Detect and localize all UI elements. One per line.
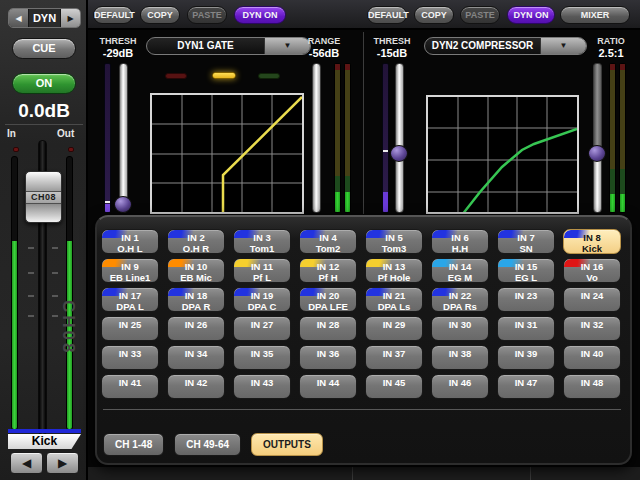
channel-button-in-32[interactable]: IN 32 [563,316,621,341]
channel-id: IN 2 [168,232,224,243]
bottom-strip [88,467,640,480]
channel-button-in-22[interactable]: IN 22DPA Rs [431,287,489,312]
channel-button-in-40[interactable]: IN 40 [563,345,621,370]
dyn1-default-button[interactable]: DEFAULT [93,6,133,24]
channel-button-in-11[interactable]: IN 11Pf L [233,258,291,283]
chevron-down-icon[interactable]: ▼ [540,38,586,54]
channel-label: EG M [432,272,488,283]
channel-label [366,359,422,370]
gr-dark-segment [610,169,615,194]
channel-button-in-2[interactable]: IN 2O.H R [167,229,225,254]
dyn2-paste-button[interactable]: PASTE [460,6,500,24]
dyn2-on-toggle[interactable]: DYN ON [507,6,555,24]
channel-id: IN 41 [102,377,158,388]
channel-fader-handle[interactable]: CH08 [25,171,62,223]
gate-thresh-slider[interactable] [119,63,128,213]
channel-id: IN 22 [432,290,488,301]
next-channel-button[interactable]: ▶ [46,452,79,474]
channel-button-in-21[interactable]: IN 21DPA Ls [365,287,423,312]
channel-button-in-18[interactable]: IN 18DPA R [167,287,225,312]
channel-button-in-39[interactable]: IN 39 [497,345,555,370]
comp-thresh-slider[interactable] [395,63,404,213]
channel-button-in-19[interactable]: IN 19DPA C [233,287,291,312]
channel-button-in-47[interactable]: IN 47 [497,374,555,399]
channel-label: DPA Ls [366,301,422,312]
nav-prev-icon[interactable]: ◀ [9,9,29,27]
channel-button-in-24[interactable]: IN 24 [563,287,621,312]
comp-thresh-knob[interactable] [390,145,408,162]
channel-button-in-41[interactable]: IN 41 [101,374,159,399]
channel-button-in-35[interactable]: IN 35 [233,345,291,370]
channel-button-in-16[interactable]: IN 16Vo [563,258,621,283]
dyn1-type-dropdown[interactable]: DYN1 GATE ▼ [146,37,311,55]
channel-button-in-14[interactable]: IN 14EG M [431,258,489,283]
channel-button-in-42[interactable]: IN 42 [167,374,225,399]
channel-button-in-27[interactable]: IN 27 [233,316,291,341]
channel-button-in-10[interactable]: IN 10EB Mic [167,258,225,283]
dyn2-copy-button[interactable]: COPY [414,6,454,24]
channel-button-in-7[interactable]: IN 7SN [497,229,555,254]
dyn1-paste-button[interactable]: PASTE [187,6,227,24]
fader-tick [28,272,34,274]
comp-ratio-slider-upper[interactable] [593,63,602,151]
channel-button-in-23[interactable]: IN 23 [497,287,555,312]
gr-bright-segment [610,194,615,212]
mixer-button[interactable]: MIXER [560,6,630,24]
channel-id: IN 42 [168,377,224,388]
channel-label: Tom3 [366,243,422,254]
channel-grid: IN 1O.H LIN 2O.H RIN 3Tom1IN 4Tom2IN 5To… [101,229,621,399]
channel-button-in-13[interactable]: IN 13Pf Hole [365,258,423,283]
tab-ch-49-64[interactable]: CH 49-64 [174,433,241,456]
cue-button[interactable]: CUE [12,38,76,59]
channel-button-in-15[interactable]: IN 15EG L [497,258,555,283]
gate-thresh-knob[interactable] [114,196,132,213]
tab-outputs[interactable]: OUTPUTS [251,433,323,456]
channel-id: IN 21 [366,290,422,301]
channel-button-in-8[interactable]: IN 8Kick [563,229,621,254]
channel-button-in-30[interactable]: IN 30 [431,316,489,341]
channel-on-button[interactable]: ON [12,73,76,94]
channel-color-bar [8,429,81,433]
dyn2-type-dropdown[interactable]: DYN2 COMPRESSOR ▼ [424,37,587,55]
channel-button-in-20[interactable]: IN 20DPA LFE [299,287,357,312]
dyn2-type-label: DYN2 COMPRESSOR [425,38,540,54]
prev-channel-button[interactable]: ◀ [10,452,43,474]
channel-button-in-37[interactable]: IN 37 [365,345,423,370]
channel-button-in-33[interactable]: IN 33 [101,345,159,370]
dyn1-on-toggle[interactable]: DYN ON [234,6,286,24]
comp-ratio-knob[interactable] [588,145,606,162]
channel-button-in-29[interactable]: IN 29 [365,316,423,341]
dyn1-copy-button[interactable]: COPY [140,6,180,24]
fader-tick [28,315,34,317]
channel-button-in-3[interactable]: IN 3Tom1 [233,229,291,254]
channel-button-in-17[interactable]: IN 17DPA L [101,287,159,312]
channel-button-in-9[interactable]: IN 9EB Line1 [101,258,159,283]
channel-label: Kick [564,243,620,254]
channel-button-in-34[interactable]: IN 34 [167,345,225,370]
channel-button-in-1[interactable]: IN 1O.H L [101,229,159,254]
dyn2-default-button[interactable]: DEFAULT [367,6,407,24]
gate-range-slider[interactable] [312,63,321,213]
channel-button-in-31[interactable]: IN 31 [497,316,555,341]
channel-button-in-5[interactable]: IN 5Tom3 [365,229,423,254]
nav-next-icon[interactable]: ▶ [60,9,80,27]
channel-button-in-12[interactable]: IN 12Pf H [299,258,357,283]
channel-button-in-46[interactable]: IN 46 [431,374,489,399]
channel-button-in-38[interactable]: IN 38 [431,345,489,370]
channel-button-in-45[interactable]: IN 45 [365,374,423,399]
channel-id: IN 19 [234,290,290,301]
gr-dark-segment [620,169,625,194]
channel-button-in-43[interactable]: IN 43 [233,374,291,399]
dyn2-thresh-value: -15dB [368,47,416,59]
channel-button-in-28[interactable]: IN 28 [299,316,357,341]
channel-button-in-25[interactable]: IN 25 [101,316,159,341]
channel-button-in-44[interactable]: IN 44 [299,374,357,399]
channel-button-in-36[interactable]: IN 36 [299,345,357,370]
channel-button-in-4[interactable]: IN 4Tom2 [299,229,357,254]
channel-name-tag[interactable]: Kick [8,434,81,449]
input-level-meter [11,156,18,430]
channel-button-in-6[interactable]: IN 6H.H [431,229,489,254]
channel-button-in-26[interactable]: IN 26 [167,316,225,341]
channel-button-in-48[interactable]: IN 48 [563,374,621,399]
tab-ch-1-48[interactable]: CH 1-48 [103,433,164,456]
